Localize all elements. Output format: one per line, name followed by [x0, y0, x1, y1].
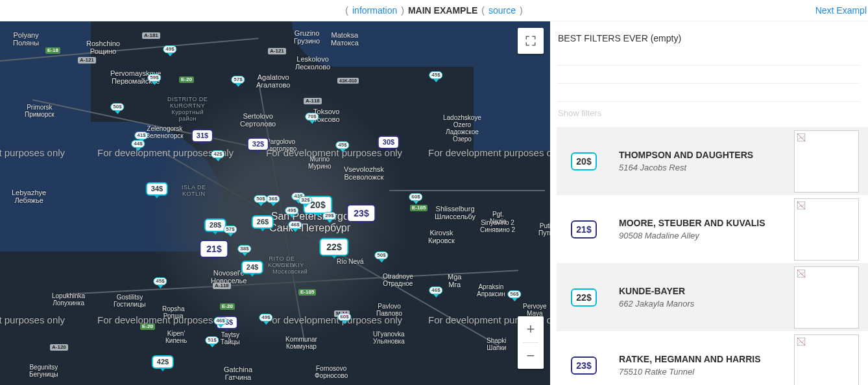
map-price-marker[interactable]: 23$	[346, 204, 376, 222]
map-price-marker[interactable]: 29$	[322, 209, 336, 220]
listing-name: RATKE, HEGMANN AND HARRIS	[619, 354, 794, 364]
listing-thumbnail	[794, 266, 859, 329]
listing-name: THOMPSON AND DAUGHTERS	[619, 150, 794, 160]
map-place-label: RITO DE KOVSKIY	[268, 256, 296, 269]
filter-slot[interactable]	[557, 47, 860, 65]
marker-price-label: 44$	[131, 140, 145, 148]
broken-image-icon	[797, 133, 806, 142]
map-price-marker[interactable]: 34$	[146, 182, 168, 196]
map-price-marker[interactable]: 32$	[247, 137, 269, 151]
listing-row[interactable]: 22$KUNDE-BAYER662 Jakayla Manors	[557, 263, 868, 331]
listing-name: MOORE, STEUBER AND KUVALIS	[619, 218, 794, 228]
results-panel[interactable]: BEST FILTERS EVER (empty) Show filters 2…	[550, 21, 868, 385]
map-price-marker[interactable]: 60$	[409, 190, 422, 201]
marker-price-label: 57$	[231, 76, 245, 84]
map-price-marker[interactable]: 22$	[319, 238, 348, 256]
road-shield: A-121	[78, 57, 96, 64]
map-place-label: Matoksa Матокса	[331, 31, 359, 47]
map-price-marker[interactable]: 49$	[259, 310, 272, 321]
map-price-marker[interactable]: 60$	[337, 310, 351, 321]
map-place-label: San Petersburgo Санкт-Петербург	[269, 211, 350, 233]
map-price-marker[interactable]: 46$	[213, 314, 227, 325]
map-place-label: Río Nevá	[337, 258, 364, 265]
top-navigation: (information) MAIN EXAMPLE (source) Next…	[0, 0, 868, 21]
map-price-marker[interactable]: 42$	[152, 355, 174, 369]
map-place-label: DISTRITO DE KURORTNY Курортный район	[167, 97, 208, 122]
map-price-marker[interactable]: 38$	[237, 242, 251, 253]
listing-price-badge: 20$	[571, 152, 597, 170]
road-shield: 41K-010	[337, 78, 359, 84]
map-price-marker[interactable]: 50$	[110, 100, 124, 111]
map-price-marker[interactable]: 31$	[191, 129, 213, 143]
listing-price-badge: 21$	[571, 220, 597, 239]
zoom-in-button[interactable]: +	[518, 316, 544, 342]
road-shield: A-121	[268, 48, 286, 54]
map-price-marker[interactable]: 59$	[147, 71, 161, 82]
map-place-label: Mga Мга	[448, 273, 461, 288]
map-place-label: Lopukhinka Лопухинка	[52, 292, 85, 307]
marker-price-label: 22$	[319, 238, 348, 256]
map-canvas[interactable]: Polyany ПоляныRoshchino РощиноGruzino Гр…	[0, 21, 550, 385]
map-price-marker[interactable]: 46$	[288, 218, 302, 229]
marker-price-label: 31$	[191, 129, 213, 143]
marker-price-label: 24$	[241, 261, 263, 274]
filter-slot[interactable]	[557, 84, 860, 102]
listing-address: 75510 Ratke Tunnel	[619, 367, 794, 377]
listing-address: 662 Jakayla Manors	[619, 299, 794, 309]
marker-price-label: 50$	[254, 195, 267, 203]
map-price-marker[interactable]: 36$	[266, 192, 280, 203]
listing-row[interactable]: 23$RATKE, HEGMANN AND HARRIS75510 Ratke …	[557, 331, 868, 385]
map-price-marker[interactable]: 57$	[231, 73, 245, 84]
map-place-label: Ladozhskoye Ozero Ладожское Озеро	[443, 114, 481, 143]
map-place-label: Roshchino Рощино	[86, 40, 120, 55]
filters-heading: BEST FILTERS EVER (empty)	[557, 33, 868, 43]
broken-image-icon	[797, 269, 806, 278]
listing-row[interactable]: 21$MOORE, STEUBER AND KUVALIS90508 Madal…	[557, 195, 868, 263]
map-place-label: Agalatovo Агалатово	[256, 73, 290, 89]
map-price-marker[interactable]: 46$	[429, 283, 442, 294]
map-place-label: Vsevolozhsk Всеволожск	[344, 165, 384, 181]
map-place-label: Primorsk Приморск	[25, 104, 54, 118]
marker-price-label: 42$	[152, 355, 174, 369]
map-price-marker[interactable]: 50$	[374, 248, 388, 259]
show-filters-toggle[interactable]: Show filters	[557, 102, 868, 127]
map-price-marker[interactable]: 49$	[163, 42, 176, 53]
map-price-marker[interactable]: 51$	[205, 333, 219, 344]
map-price-marker[interactable]: 26$	[252, 215, 274, 229]
map-price-marker[interactable]: 70$	[305, 110, 319, 121]
marker-price-label: 38$	[237, 245, 251, 253]
map-price-marker[interactable]: 42$	[211, 147, 224, 158]
zoom-out-button[interactable]: −	[518, 343, 544, 369]
marker-price-label: 29$	[322, 212, 336, 220]
map-price-marker[interactable]: 56$	[507, 287, 521, 298]
marker-price-label: 34$	[146, 182, 168, 196]
listing-row[interactable]: 20$THOMPSON AND DAUGHTERS5164 Jacobs Res…	[557, 127, 868, 195]
map-price-marker[interactable]: 50$	[254, 192, 267, 203]
map-price-marker[interactable]: 45$	[335, 138, 349, 149]
broken-image-icon	[797, 337, 806, 346]
map-place-label: Kommunar Коммунар	[285, 336, 317, 350]
map-price-marker[interactable]: 44$	[131, 137, 145, 148]
fullscreen-button[interactable]	[518, 28, 544, 54]
marker-price-label: 57$	[223, 226, 237, 233]
map-place-label: Putilovo Путилов	[538, 222, 550, 237]
marker-price-label: 51$	[205, 336, 219, 344]
next-example-link[interactable]: Next Exampl	[815, 5, 867, 16]
map-price-marker[interactable]: 30$	[378, 135, 400, 149]
marker-price-label: 49$	[259, 314, 272, 321]
filter-slot[interactable]	[557, 65, 860, 84]
listing-thumbnail	[794, 198, 859, 261]
source-link[interactable]: source	[488, 5, 516, 16]
marker-price-label: 45$	[153, 277, 167, 285]
map-price-marker[interactable]: 21$	[199, 240, 228, 258]
road-shield: A-118	[304, 98, 322, 104]
map-price-marker[interactable]: 45$	[429, 68, 442, 79]
marker-price-label: 70$	[305, 113, 319, 121]
map-price-marker[interactable]: 24$	[241, 261, 263, 274]
map-price-marker[interactable]: 57$	[223, 222, 237, 233]
map-price-marker[interactable]: 32$	[298, 193, 312, 204]
map-price-marker[interactable]: 45$	[153, 274, 167, 285]
information-link[interactable]: information	[352, 5, 397, 16]
marker-price-label: 56$	[507, 290, 521, 298]
map-price-marker[interactable]: 49$	[285, 204, 298, 215]
